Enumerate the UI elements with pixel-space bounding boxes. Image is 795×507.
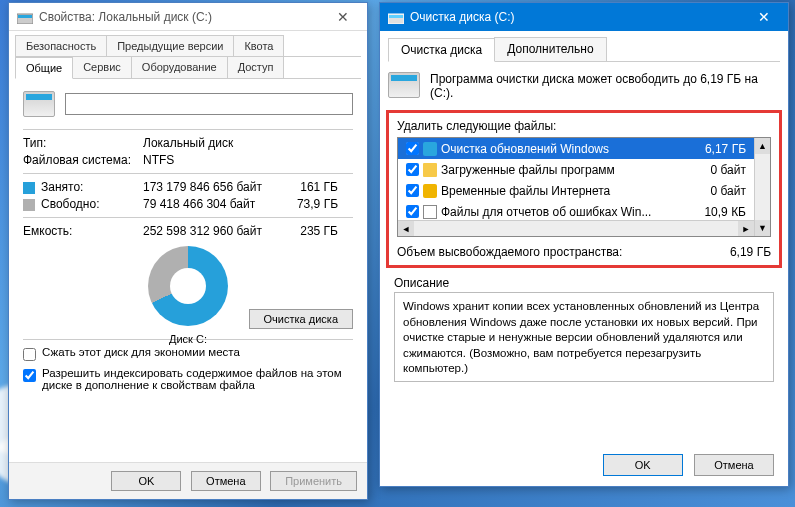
tab-advanced[interactable]: Дополнительно (494, 37, 606, 61)
file-list[interactable]: Очистка обновлений Windows6,17 ГБЗагруже… (397, 137, 771, 237)
free-label: Свободно: (41, 197, 100, 211)
highlight-box: Удалить следующие файлы: Очистка обновле… (386, 110, 782, 268)
free-human: 73,9 ГБ (288, 197, 338, 211)
file-size: 6,17 ГБ (690, 142, 750, 156)
drive-name-input[interactable] (65, 93, 353, 115)
cleanup-info-text: Программа очистки диска может освободить… (430, 72, 780, 100)
tab-access[interactable]: Доступ (227, 56, 285, 78)
properties-title: Свойства: Локальный диск (C:) (39, 10, 323, 24)
svg-rect-3 (389, 15, 403, 18)
tab-service[interactable]: Сервис (72, 56, 132, 78)
ok-button[interactable]: OK (111, 471, 181, 491)
lock-icon (423, 184, 437, 198)
file-size: 0 байт (690, 163, 750, 177)
capacity-label: Емкость: (23, 224, 143, 238)
file-name: Файлы для отчетов об ошибках Win... (441, 205, 690, 219)
tab-quota[interactable]: Квота (233, 35, 284, 56)
type-value: Локальный диск (143, 136, 233, 150)
index-checkbox[interactable] (23, 369, 36, 382)
used-bytes: 173 179 846 656 байт (143, 180, 288, 194)
properties-button-row: OK Отмена Применить (9, 462, 367, 499)
fs-label: Файловая система: (23, 153, 143, 167)
drive-icon (17, 10, 33, 24)
file-size: 0 байт (690, 184, 750, 198)
cleanup-titlebar[interactable]: Очистка диска (C:) ✕ (380, 3, 788, 31)
properties-titlebar[interactable]: Свойства: Локальный диск (C:) ✕ (9, 3, 367, 31)
scroll-right-arrow[interactable]: ► (738, 221, 754, 236)
cleanup-icon (388, 10, 404, 24)
freed-label: Объем высвобождаемого пространства: (397, 245, 622, 259)
file-checkbox[interactable] (406, 205, 419, 218)
compress-checkbox[interactable] (23, 348, 36, 361)
fold-icon (423, 163, 437, 177)
index-label: Разрешить индексировать содержимое файло… (42, 367, 353, 391)
fs-value: NTFS (143, 153, 174, 167)
capacity-human: 235 ГБ (288, 224, 338, 238)
description-title: Описание (394, 276, 774, 290)
cancel-button[interactable]: Отмена (191, 471, 261, 491)
used-label: Занято: (41, 180, 83, 194)
file-row[interactable]: Загруженные файлы программ0 байт (398, 159, 754, 180)
file-checkbox[interactable] (406, 163, 419, 176)
properties-tabs-row1: Безопасность Предыдущие версии Квота (15, 35, 361, 57)
file-checkbox[interactable] (406, 184, 419, 197)
file-size: 10,9 КБ (690, 205, 750, 219)
capacity-bytes: 252 598 312 960 байт (143, 224, 288, 238)
cleanup-tabs: Очистка диска Дополнительно (388, 37, 780, 62)
properties-tabs-row2: Общие Сервис Оборудование Доступ (15, 56, 361, 79)
tab-general[interactable]: Общие (15, 57, 73, 79)
file-row[interactable]: Временные файлы Интернета0 байт (398, 180, 754, 201)
scroll-left-arrow[interactable]: ◄ (398, 221, 414, 236)
free-color-swatch (23, 199, 35, 211)
ok-button[interactable]: OK (603, 454, 683, 476)
cancel-button[interactable]: Отмена (694, 454, 774, 476)
close-button[interactable]: ✕ (744, 9, 784, 25)
apply-button[interactable]: Применить (270, 471, 357, 491)
properties-window: Свойства: Локальный диск (C:) ✕ Безопасн… (8, 2, 368, 500)
type-label: Тип: (23, 136, 143, 150)
svg-rect-1 (18, 15, 32, 18)
cleanup-window: Очистка диска (C:) ✕ Очистка диска Допол… (379, 2, 789, 487)
description-block: Описание Windows хранит копии всех устан… (394, 276, 774, 382)
donut-label: Диск C: (23, 333, 353, 345)
tab-cleanup[interactable]: Очистка диска (388, 38, 495, 62)
used-human: 161 ГБ (288, 180, 338, 194)
cleanup-info-row: Программа очистки диска может освободить… (380, 62, 788, 110)
scroll-up-arrow[interactable]: ▲ (755, 138, 770, 154)
win-icon (423, 142, 437, 156)
scroll-down-arrow[interactable]: ▼ (755, 220, 770, 236)
cleanup-button-row: OK Отмена (380, 444, 788, 486)
usage-donut-chart (148, 246, 228, 326)
description-text: Windows хранит копии всех установленных … (394, 292, 774, 382)
drive-icon (388, 72, 420, 98)
properties-content: Тип: Локальный диск Файловая система: NT… (9, 79, 367, 405)
file-row[interactable]: Очистка обновлений Windows6,17 ГБ (398, 138, 754, 159)
cleanup-title: Очистка диска (C:) (410, 10, 744, 24)
file-row[interactable]: Файлы для отчетов об ошибках Win...10,9 … (398, 201, 754, 220)
tab-hardware[interactable]: Оборудование (131, 56, 228, 78)
file-name: Загруженные файлы программ (441, 163, 690, 177)
file-name: Очистка обновлений Windows (441, 142, 690, 156)
delete-files-label: Удалить следующие файлы: (397, 119, 771, 133)
vertical-scrollbar[interactable]: ▲ ▼ (754, 138, 770, 236)
freed-value: 6,19 ГБ (730, 245, 771, 259)
horizontal-scrollbar[interactable]: ◄ ► (398, 220, 754, 236)
close-button[interactable]: ✕ (323, 9, 363, 25)
tab-security[interactable]: Безопасность (15, 35, 107, 56)
drive-large-icon (23, 91, 55, 117)
tab-prev-versions[interactable]: Предыдущие версии (106, 35, 234, 56)
free-bytes: 79 418 466 304 байт (143, 197, 288, 211)
file-icon (423, 205, 437, 219)
used-color-swatch (23, 182, 35, 194)
file-name: Временные файлы Интернета (441, 184, 690, 198)
compress-label: Сжать этот диск для экономии места (42, 346, 240, 358)
file-checkbox[interactable] (406, 142, 419, 155)
